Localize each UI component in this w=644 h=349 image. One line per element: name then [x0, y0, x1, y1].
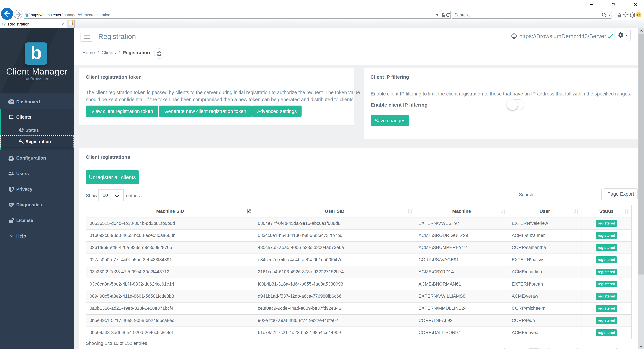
svg-text:?: ? — [10, 233, 12, 239]
